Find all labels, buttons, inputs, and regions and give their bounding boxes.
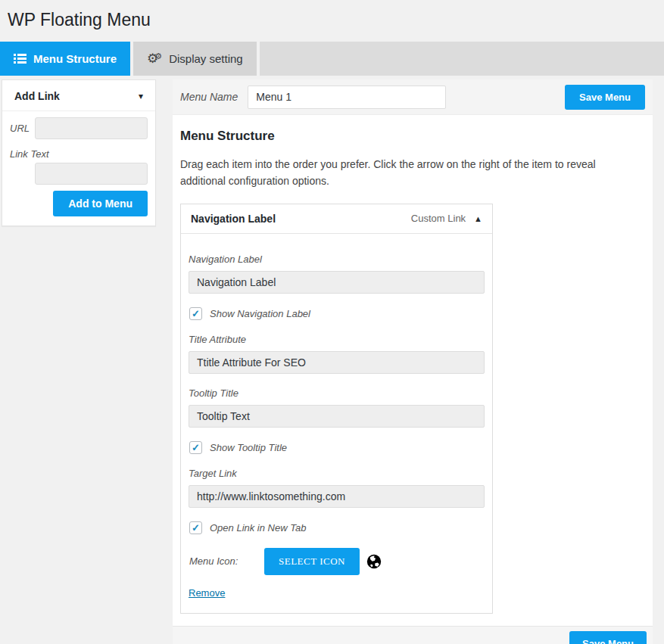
title-attribute-input[interactable] [189, 351, 485, 374]
tooltip-title-input[interactable] [189, 405, 485, 428]
menu-structure-description: Drag each item into the order you prefer… [180, 156, 624, 190]
target-link-input[interactable] [189, 485, 485, 508]
tab-label: Display setting [169, 52, 243, 65]
select-icon-button[interactable]: SELECT ICON [264, 548, 360, 575]
link-text-field-row: Link Text [10, 148, 148, 185]
menu-structure-heading: Menu Structure [180, 129, 645, 144]
add-link-panel-header[interactable]: Add Link ▾ [2, 80, 155, 111]
menu-structure-content: Menu Structure Drag each item into the o… [173, 115, 653, 626]
checkbox-checked-icon[interactable]: ✓ [189, 307, 202, 320]
tab-bar: Menu Structure ⚙⚙ Display setting [0, 42, 664, 76]
menu-icon-label: Menu Icon: [189, 555, 264, 567]
menu-item-type: Custom Link [411, 213, 466, 224]
page-header: WP Floating Menu [0, 0, 664, 42]
url-label: URL [10, 123, 35, 134]
menu-name-input[interactable] [248, 86, 446, 109]
navigation-label-label: Navigation Label [189, 254, 485, 265]
show-navigation-label-text: Show Navigation Label [210, 308, 310, 319]
save-menu-button-top[interactable]: Save Menu [565, 85, 645, 110]
caret-up-icon[interactable]: ▲ [474, 214, 482, 223]
url-field-row: URL [10, 117, 148, 139]
menu-item-header[interactable]: Navigation Label Custom Link ▲ [181, 204, 492, 234]
menu-icon-row: Menu Icon: SELECT ICON [189, 548, 485, 575]
menu-item-body: Navigation Label ✓ Show Navigation Label… [181, 234, 492, 613]
add-link-panel: Add Link ▾ URL Link Text Add to Menu [2, 79, 156, 226]
target-link-label: Target Link [189, 468, 485, 479]
tab-display-setting[interactable]: ⚙⚙ Display setting [133, 42, 260, 76]
footer-bar: Save Menu [173, 626, 653, 644]
remove-link[interactable]: Remove [189, 587, 225, 599]
show-tooltip-title-text: Show Tooltip Title [210, 442, 287, 453]
tooltip-title-label: Tooltip Title [189, 387, 485, 399]
checkbox-checked-icon[interactable]: ✓ [189, 521, 202, 534]
save-menu-button-bottom[interactable]: Save Menu [569, 631, 647, 644]
tab-label: Menu Structure [33, 52, 117, 65]
menu-name-bar: Menu Name Save Menu [173, 79, 653, 115]
open-link-new-tab-checkbox[interactable]: ✓ Open Link in New Tab [189, 521, 485, 534]
menu-item-title: Navigation Label [191, 213, 411, 225]
title-attribute-label: Title Attribute [189, 334, 485, 345]
add-link-title: Add Link [14, 90, 60, 102]
show-navigation-label-checkbox[interactable]: ✓ Show Navigation Label [189, 307, 485, 320]
add-to-menu-button[interactable]: Add to Menu [53, 191, 148, 216]
open-link-new-tab-text: Open Link in New Tab [210, 522, 306, 534]
show-tooltip-title-checkbox[interactable]: ✓ Show Tooltip Title [189, 441, 485, 454]
main-panel: Menu Name Save Menu Menu Structure Drag … [173, 79, 653, 644]
list-icon [14, 54, 26, 64]
page-title: WP Floating Menu [8, 9, 656, 31]
add-to-menu-row: Add to Menu [10, 191, 148, 216]
navigation-label-input[interactable] [189, 271, 485, 294]
link-text-input[interactable] [35, 163, 148, 185]
globe-icon [366, 554, 382, 569]
checkbox-checked-icon[interactable]: ✓ [189, 441, 202, 454]
tab-menu-structure[interactable]: Menu Structure [0, 42, 133, 76]
tab-bar-filler [260, 42, 664, 76]
main-layout: Add Link ▾ URL Link Text Add to Menu Men… [0, 79, 664, 644]
link-text-label: Link Text [10, 148, 148, 160]
url-input[interactable] [35, 117, 148, 139]
menu-name-label: Menu Name [180, 91, 238, 103]
menu-item-box: Navigation Label Custom Link ▲ Navigatio… [180, 204, 493, 614]
add-link-body: URL Link Text Add to Menu [2, 111, 155, 226]
caret-down-icon[interactable]: ▾ [139, 92, 143, 101]
gears-icon: ⚙⚙ [147, 52, 162, 65]
